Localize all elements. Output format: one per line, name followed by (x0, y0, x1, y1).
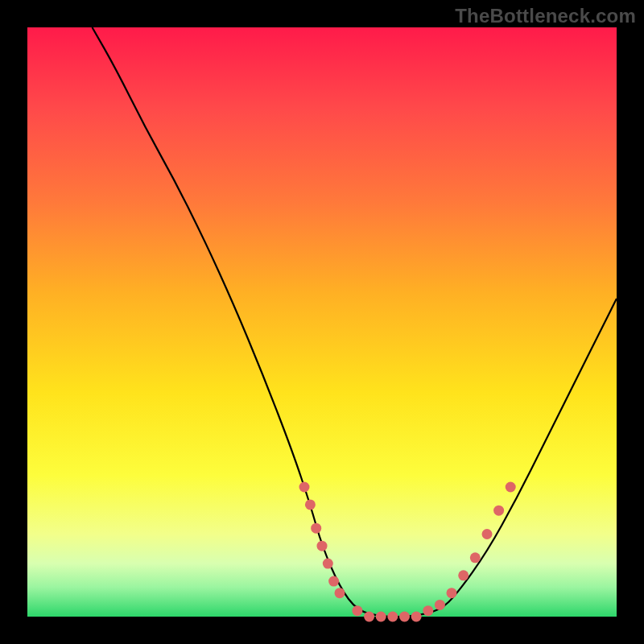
curve-marker (299, 482, 310, 493)
curve-marker (435, 600, 445, 610)
curve-marker (305, 499, 316, 510)
curve-marker (447, 588, 457, 598)
curve-markers (299, 482, 516, 622)
plot-area (27, 27, 617, 617)
curve-marker (458, 570, 469, 580)
chart-svg (27, 27, 617, 617)
chart-frame: TheBottleneck.com (0, 0, 644, 644)
curve-marker (399, 612, 410, 622)
curve-marker (411, 612, 422, 622)
curve-marker (317, 541, 328, 551)
curve-marker (506, 482, 516, 493)
curve-marker (352, 605, 362, 616)
curve-marker (311, 523, 321, 534)
curve-marker (387, 612, 398, 622)
curve-marker (493, 506, 504, 516)
curve-marker (328, 576, 339, 587)
watermark-text: TheBottleneck.com (455, 5, 636, 27)
curve-marker (423, 605, 433, 616)
curve-marker (470, 552, 481, 563)
curve-marker (323, 559, 333, 569)
curve-marker (482, 529, 493, 539)
curve-marker (376, 612, 386, 622)
curve-marker (335, 588, 345, 598)
curve-marker (364, 612, 374, 622)
bottleneck-curve (93, 27, 617, 617)
